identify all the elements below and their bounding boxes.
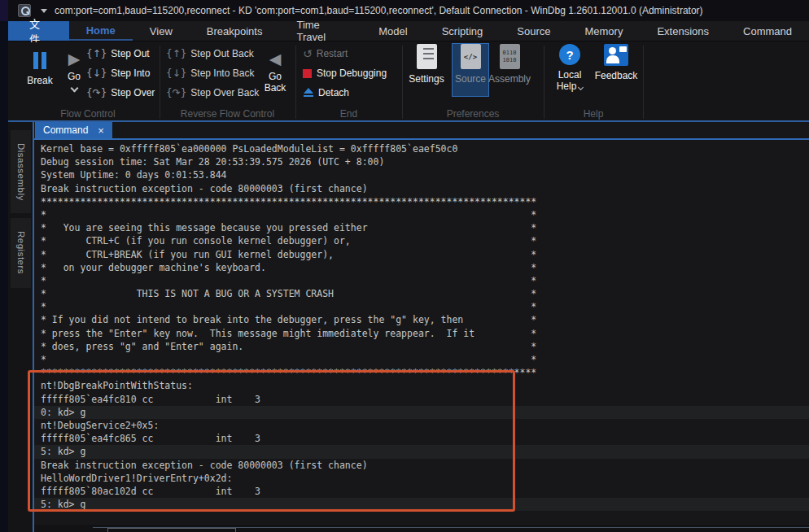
- ribbon: Break ▶ Go {↑} Step Out {↓} Step Into {↷…: [8, 42, 809, 120]
- break-button[interactable]: Break: [21, 47, 59, 106]
- command-output[interactable]: Kernel base = 0xfffff805`ea000000 PsLoad…: [34, 140, 809, 525]
- stop-icon: [303, 69, 312, 78]
- tab-file[interactable]: 文件: [8, 21, 69, 41]
- console-line: * *: [34, 208, 809, 221]
- stop-debugging-label: Stop Debugging: [317, 68, 387, 79]
- step-into-icon: {↓}: [86, 68, 107, 79]
- feedback-person-icon: [604, 44, 628, 66]
- tab-source[interactable]: Source: [500, 21, 567, 41]
- quick-access-dropdown-icon[interactable]: [41, 9, 47, 13]
- command-tab-label: Command: [43, 124, 88, 136]
- tab-scripting[interactable]: Scripting: [425, 21, 501, 41]
- console-line: HelloWordDriver1!DriverEntry+0x2d:: [34, 472, 809, 485]
- step-into-back-icon: {↓}: [166, 68, 186, 79]
- tab-home[interactable]: Home: [69, 21, 133, 41]
- stop-debugging-button[interactable]: Stop Debugging: [303, 65, 387, 81]
- step-out-back-label: Step Out Back: [190, 48, 253, 59]
- console-line: * CTRL+BREAK (if you run GUI kernel debu…: [34, 248, 809, 261]
- chevron-down-icon[interactable]: [70, 85, 78, 93]
- window-title: com:port=com1,baud=115200,reconnect - KD…: [55, 5, 703, 16]
- group-label-flow-control: Flow Control: [16, 108, 160, 120]
- ribbon-separator: [643, 46, 644, 119]
- ribbon-tab-bar: 文件 Home View Breakpoints Time Travel Mod…: [8, 21, 809, 41]
- step-over-back-button[interactable]: {↷} Step Over Back: [166, 85, 259, 101]
- settings-label: Settings: [409, 73, 444, 85]
- step-over-button[interactable]: {↷} Step Over: [86, 85, 155, 101]
- go-button[interactable]: ▶ Go: [59, 47, 90, 106]
- chevron-down-icon[interactable]: [578, 85, 584, 90]
- desktop-edge: [0, 0, 8, 532]
- question-mark-icon: ?: [559, 44, 580, 65]
- local-help-button[interactable]: ? Local Help: [550, 44, 589, 92]
- step-over-back-label: Step Over Back: [190, 87, 259, 98]
- command-panel: Command × Kernel base = 0xfffff805`ea000…: [33, 122, 809, 532]
- console-line: * *: [34, 274, 809, 287]
- sidebar-item-disassembly[interactable]: Disassembly: [11, 130, 31, 213]
- tab-memory[interactable]: Memory: [567, 21, 640, 41]
- source-code-icon: </>: [461, 44, 481, 69]
- pause-icon: [33, 52, 46, 69]
- console-line: * CTRL+C (if you run console kernel debu…: [34, 234, 809, 247]
- settings-button[interactable]: Settings: [404, 44, 449, 85]
- console-line: fffff805`ea4fc810 cc int 3: [34, 393, 809, 406]
- source-button[interactable]: </> Source: [452, 44, 489, 85]
- tab-breakpoints[interactable]: Breakpoints: [190, 21, 280, 41]
- console-line: * *: [34, 300, 809, 313]
- assembly-button[interactable]: 0110 1010 Assembly: [486, 44, 533, 85]
- feedback-button[interactable]: Feedback: [593, 44, 640, 81]
- play-icon: ▶: [68, 50, 81, 68]
- step-over-label: Step Over: [111, 87, 155, 98]
- step-out-button[interactable]: {↑} Step Out: [86, 46, 150, 62]
- break-label: Break: [27, 75, 52, 86]
- tab-time-travel[interactable]: Time Travel: [279, 21, 361, 41]
- source-label: Source: [455, 73, 486, 85]
- restart-icon: ↺: [303, 47, 313, 60]
- tab-extensions[interactable]: Extensions: [640, 21, 726, 41]
- detach-button[interactable]: Detach: [303, 85, 349, 101]
- group-label-reverse-flow-control: Reverse Flow Control: [160, 108, 295, 120]
- step-out-back-button[interactable]: {↑} Step Out Back: [166, 46, 254, 62]
- assembly-glyph-row2: 1010: [503, 57, 517, 63]
- console-line: * If you did not intend to break into th…: [34, 313, 809, 326]
- console-line: * You are seeing this message because yo…: [34, 221, 809, 234]
- step-out-label: Step Out: [111, 48, 149, 59]
- source-glyph: </>: [464, 53, 477, 61]
- step-into-back-button[interactable]: {↓} Step Into Back: [166, 65, 254, 81]
- windbg-window: com:port=com1,baud=115200,reconnect - KD…: [8, 0, 809, 532]
- console-line: Break instruction exception - code 80000…: [34, 182, 809, 195]
- go-label: Go: [68, 71, 81, 82]
- console-line: nt!DbgBreakPointWithStatus:: [34, 379, 809, 392]
- command-panel-tab[interactable]: Command ×: [35, 122, 112, 138]
- restart-button[interactable]: ↺ Restart: [303, 46, 348, 62]
- console-line: ****************************************…: [34, 195, 809, 208]
- step-into-button[interactable]: {↓} Step Into: [86, 65, 150, 81]
- console-line: fffff805`ea4fc865 cc int 3: [34, 432, 809, 445]
- eject-icon: [303, 88, 314, 98]
- tab-model[interactable]: Model: [361, 21, 424, 41]
- group-label-end: End: [295, 108, 402, 120]
- close-icon[interactable]: ×: [98, 124, 104, 137]
- detach-label: Detach: [318, 87, 349, 98]
- console-line: * does, press "g" and "Enter" again. *: [34, 340, 809, 353]
- play-back-icon: ◀: [269, 50, 282, 68]
- console-line: Break instruction exception - code 80000…: [34, 459, 809, 472]
- step-over-back-icon: {↷}: [166, 87, 186, 98]
- step-out-icon: {↑}: [86, 48, 107, 59]
- restart-label: Restart: [317, 48, 348, 59]
- step-into-back-label: Step Into Back: [190, 68, 254, 79]
- sidebar-item-registers[interactable]: Registers: [11, 218, 31, 288]
- console-line: * THIS IS NOT A BUG OR A SYSTEM CRASH *: [34, 287, 809, 300]
- tab-command[interactable]: Command: [726, 21, 809, 41]
- help-glyph: ?: [566, 48, 573, 62]
- tab-view[interactable]: View: [133, 21, 190, 41]
- kd-prompt-box[interactable]: [107, 528, 236, 532]
- workspace: Disassembly Registers Command × Kernel b…: [8, 122, 809, 532]
- feedback-label: Feedback: [595, 70, 638, 81]
- go-back-button[interactable]: ◀ Go Back: [256, 47, 294, 106]
- console-line-prompt: 5: kd> g: [34, 498, 809, 511]
- console-line: * *: [34, 353, 809, 366]
- desktop-edge-corner: [0, 0, 8, 21]
- console-line-prompt: 5: kd> g: [34, 445, 809, 458]
- console-line: fffff805`80ac102d cc int 3: [34, 485, 809, 498]
- docked-tab-strip: Disassembly Registers: [8, 122, 33, 532]
